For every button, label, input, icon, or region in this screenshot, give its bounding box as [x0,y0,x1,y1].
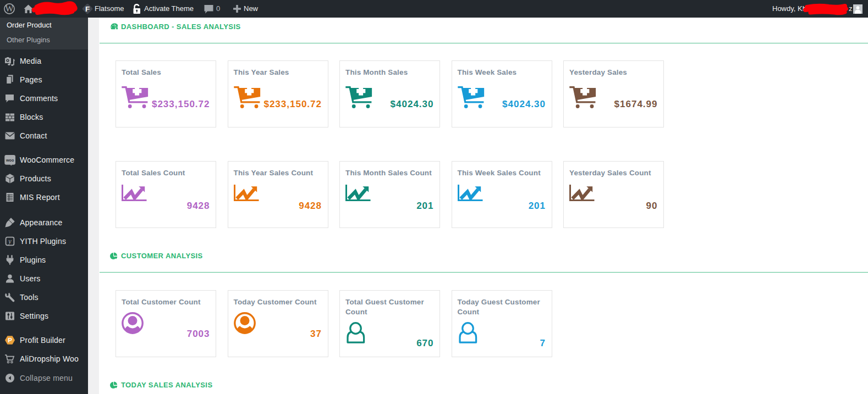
svg-text:F: F [85,5,90,13]
svg-text:y: y [8,237,12,245]
svg-text:woo: woo [6,158,14,163]
svg-text:W: W [5,4,14,13]
svg-text:P: P [8,337,12,343]
